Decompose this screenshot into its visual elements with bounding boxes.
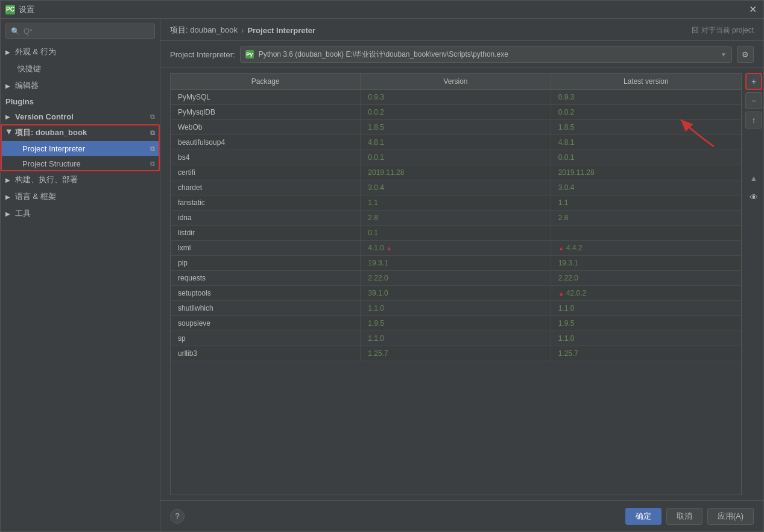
package-version: 1.1.0 [361,331,551,346]
help-button[interactable]: ? [170,509,185,524]
table-row[interactable]: PyMysqlDB0.0.20.0.2 [171,105,741,120]
table-row[interactable]: PyMySQL0.9.30.9.3 [171,90,741,105]
sidebar-item-project[interactable]: ▶ 项目: douban_book ⧉ [1,124,160,141]
package-name: listdir [171,226,361,240]
package-name: setuptools [171,286,361,300]
gear-icon: ⚙ [742,50,749,59]
package-name: chardet [171,180,361,195]
sidebar-item-version-control[interactable]: ▶ Version Control ⧉ [1,109,160,124]
eye-button[interactable]: 👁 [745,189,762,206]
project-section: ▶ 项目: douban_book ⧉ Project Interpreter … [1,124,160,171]
package-latest: 1.25.7 [551,346,741,361]
sidebar-item-tools[interactable]: ▶ 工具 [1,205,160,222]
app-icon: PC [5,5,15,14]
scroll-up-button[interactable]: ▲ [745,169,762,186]
table-row[interactable]: setuptools39.1.0▲ 42.0.2 [171,286,741,301]
sidebar-item-label: Version Control [15,112,74,121]
table-row[interactable]: sp1.1.01.1.0 [171,331,741,346]
sidebar-item-label: Project Structure [22,159,81,168]
interpreter-settings-button[interactable]: ⚙ [737,46,754,63]
upgrade-package-button[interactable]: ↑ [745,112,762,128]
package-name: urllib3 [171,346,361,361]
package-latest: 2019.11.28 [551,165,741,180]
table-row[interactable]: requests2.22.02.22.0 [171,271,741,286]
apply-button[interactable]: 应用(A) [707,508,754,525]
python-icon: Py [245,50,254,59]
side-actions: + − ↑ ▲ 👁 [742,73,763,495]
sidebar-item-languages[interactable]: ▶ 语言 & 框架 [1,188,160,205]
package-name: lxml [171,241,361,255]
table-row[interactable]: lxml4.1.0 ▲▲ 4.4.2 [171,241,741,256]
arrow-icon: ▶ [5,113,13,120]
package-name: shutilwhich [171,301,361,315]
sidebar-item-project-structure[interactable]: Project Structure ⧉ [1,156,160,171]
table-row[interactable]: shutilwhich1.1.01.1.0 [171,301,741,316]
table-row[interactable]: soupsieve1.9.51.9.5 [171,316,741,331]
breadcrumb: 项目: douban_book › Project Interpreter 囧 … [160,19,763,41]
sidebar: 🔍 ▶ 外观 & 行为 快捷键 ▶ 编辑器 Plugins ▶ Version … [1,19,160,531]
table-row[interactable]: listdir0.1 [171,226,741,241]
remove-package-button[interactable]: − [745,92,762,109]
search-input[interactable] [24,27,150,36]
package-version: 4.1.0 ▲ [361,241,551,255]
search-box[interactable]: 🔍 [5,24,155,39]
package-version: 0.0.2 [361,105,551,119]
add-package-button[interactable]: + [745,73,762,90]
sidebar-item-editor[interactable]: ▶ 编辑器 [1,77,160,94]
breadcrumb-project[interactable]: 项目: douban_book [170,25,238,36]
package-version: 0.0.1 [361,150,551,165]
package-latest: 4.8.1 [551,135,741,150]
sidebar-item-label: 编辑器 [15,80,39,91]
package-name: PyMysqlDB [171,105,361,119]
package-name: fanstatic [171,195,361,210]
sidebar-item-plugins[interactable]: Plugins [1,94,160,109]
package-latest: 1.1 [551,195,741,210]
ok-button[interactable]: 确定 [625,508,661,525]
package-latest: 3.0.4 [551,180,741,195]
interpreter-value: Python 3.6 (douban_book) E:\毕业设计\douban_… [259,49,717,60]
footer: ? 确定 取消 应用(A) [160,500,763,531]
interpreter-dropdown[interactable]: Py Python 3.6 (douban_book) E:\毕业设计\doub… [240,46,732,63]
titlebar: PC 设置 ✕ [1,1,763,19]
package-name: soupsieve [171,316,361,331]
package-version: 1.8.5 [361,120,551,135]
package-version: 39.1.0 [361,286,551,300]
package-version: 1.1.0 [361,301,551,315]
close-button[interactable]: ✕ [747,4,759,15]
copy-icon: ⧉ [150,129,155,137]
table-row[interactable]: idna2.82.8 [171,211,741,226]
package-latest: 0.0.2 [551,105,741,119]
table-row[interactable]: chardet3.0.43.0.4 [171,180,741,195]
table-body: PyMySQL0.9.30.9.3PyMysqlDB0.0.20.0.2WebO… [171,90,741,361]
interpreter-row: Project Interpreter: Py Python 3.6 (doub… [160,41,763,68]
table-row[interactable]: pip19.3.119.3.1 [171,256,741,271]
sidebar-item-build[interactable]: ▶ 构建、执行、部署 [1,171,160,188]
table-row[interactable]: fanstatic1.11.1 [171,195,741,211]
sidebar-item-keymap[interactable]: 快捷键 [1,60,160,77]
col-version: Version [361,74,551,89]
breadcrumb-separator: › [241,26,244,35]
plus-icon: + [751,77,756,86]
package-name: idna [171,211,361,225]
cancel-button[interactable]: 取消 [666,508,702,525]
packages-table: Package Version Latest version PyMySQL0.… [170,73,742,495]
table-row[interactable]: certifi2019.11.282019.11.28 [171,165,741,180]
package-version: 1.25.7 [361,346,551,361]
table-row[interactable]: WebOb1.8.51.8.5 [171,120,741,135]
sidebar-item-project-interpreter[interactable]: Project Interpreter ⧉ [1,141,160,156]
table-row[interactable]: urllib31.25.71.25.7 [171,346,741,361]
package-name: sp [171,331,361,346]
package-name: pip [171,256,361,270]
package-latest: 1.9.5 [551,316,741,331]
table-header: Package Version Latest version [171,74,741,90]
sidebar-item-appearance[interactable]: ▶ 外观 & 行为 [1,43,160,60]
package-name: PyMySQL [171,90,361,104]
footer-left: ? [170,509,185,524]
sidebar-item-label: 语言 & 框架 [15,191,56,202]
table-row[interactable]: bs40.0.10.0.1 [171,150,741,165]
package-version: 2.8 [361,211,551,225]
apply-project-label: 囧 对于当前 project [692,25,754,36]
package-version: 2.22.0 [361,271,551,285]
table-row[interactable]: beautifulsoup44.8.14.8.1 [171,135,741,150]
copy-icon-structure: ⧉ [150,160,155,168]
